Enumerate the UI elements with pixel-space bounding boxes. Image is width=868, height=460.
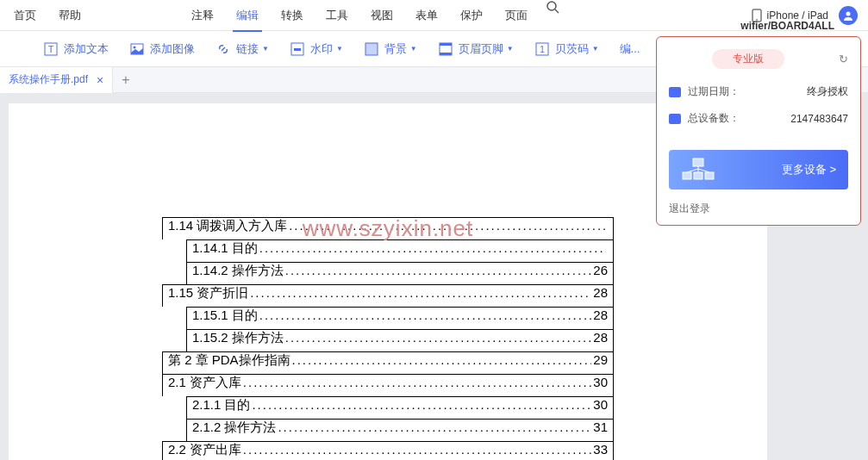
toc-row: 1.14.1目的................................… — [186, 239, 614, 262]
document-tab[interactable]: 系统操作手册.pdf × — [0, 67, 113, 93]
edit-more-label: 编... — [620, 41, 640, 57]
table-of-contents: 1.14调拨调入方入库.............................… — [9, 217, 767, 460]
toc-title: 操作方法 — [232, 330, 285, 346]
toc-title: 调拨调入方入库 — [197, 218, 289, 234]
background-icon — [364, 41, 379, 57]
svg-point-4 — [846, 11, 851, 16]
user-avatar[interactable] — [839, 6, 858, 25]
background-label: 背景 — [384, 41, 407, 57]
refresh-icon[interactable]: ↻ — [839, 53, 848, 65]
chevron-down-icon: ▼ — [507, 45, 514, 53]
toc-row: 1.15.1目的................................… — [186, 307, 614, 329]
toc-number: 1.15 — [163, 285, 197, 300]
svg-rect-21 — [705, 172, 714, 179]
menu-home[interactable]: 首页 — [10, 1, 40, 30]
close-tab-icon[interactable]: × — [97, 73, 103, 87]
add-text-button[interactable]: T 添加文本 — [43, 41, 109, 57]
menu-center-group: 注释 编辑 转换 工具 视图 表单 保护 页面 — [188, 1, 559, 30]
toc-number: 2.1 — [163, 375, 190, 389]
toc-number: 1.15.2 — [187, 330, 232, 345]
header-footer-icon — [438, 41, 453, 57]
toc-leader: ........................................… — [259, 240, 606, 255]
svg-point-0 — [547, 2, 556, 10]
tab-title: 系统操作手册.pdf — [9, 72, 88, 87]
add-image-label: 添加图像 — [150, 41, 195, 57]
devices-value: 2147483647 — [790, 113, 848, 125]
toc-number: 2.1.1 — [187, 397, 224, 412]
toc-number: 2.2 — [163, 442, 190, 457]
toc-row: 2.1.2操作方法...............................… — [186, 419, 614, 441]
svg-rect-14 — [440, 43, 452, 46]
monitor-icon — [669, 114, 681, 124]
toc-leader: ........................................… — [285, 263, 592, 277]
edit-more-button[interactable]: 编... — [620, 41, 640, 57]
bates-icon: 1 — [534, 41, 550, 57]
bates-button[interactable]: 1 贝茨码 ▼ — [534, 41, 599, 57]
menu-help[interactable]: 帮助 — [55, 1, 84, 30]
svg-rect-15 — [440, 53, 452, 55]
devices-row: 总设备数： 2147483647 — [669, 111, 848, 126]
svg-line-24 — [698, 169, 709, 172]
toc-row: 2.1资产入库.................................… — [162, 374, 614, 396]
watermark-icon — [290, 41, 305, 57]
toc-title: 操作方法 — [224, 420, 278, 436]
watermark-button[interactable]: 水印 ▼ — [290, 41, 343, 57]
bates-label: 贝茨码 — [555, 41, 589, 57]
menu-page[interactable]: 页面 — [502, 1, 531, 30]
pdf-page: www.szyixin.net 1.14调拨调入方入库.............… — [9, 103, 767, 460]
menu-tools[interactable]: 工具 — [322, 1, 352, 30]
more-devices-label: 更多设备 > — [782, 162, 836, 177]
toc-leader: ........................................… — [285, 330, 592, 345]
chevron-down-icon: ▼ — [262, 45, 269, 53]
toc-page: 30 — [591, 397, 613, 412]
menu-view[interactable]: 视图 — [367, 1, 397, 30]
svg-point-8 — [134, 46, 136, 48]
menu-left-group: 首页 帮助 — [10, 1, 84, 30]
header-footer-button[interactable]: 页眉页脚 ▼ — [438, 41, 514, 57]
expire-value: 终身授权 — [807, 84, 848, 99]
toc-title: 目的 — [232, 308, 259, 324]
toc-page: 29 — [591, 352, 613, 367]
menu-edit[interactable]: 编辑 — [233, 1, 262, 30]
toc-leader: ........................................… — [292, 352, 592, 367]
toc-title: 目的 — [232, 240, 259, 257]
link-button[interactable]: 链接 ▼ — [215, 41, 269, 57]
toc-title: 资产折旧 — [197, 285, 250, 301]
toc-page: 28 — [591, 330, 613, 345]
toc-row: 1.15资产折旧................................… — [162, 284, 614, 307]
toc-page: 30 — [591, 375, 613, 389]
user-account-panel: wifier/BOARD4ALL 专业版 ↻ 过期日期： 终身授权 总设备数： … — [656, 36, 861, 226]
pro-badge: 专业版 — [712, 49, 784, 69]
svg-line-1 — [555, 9, 559, 13]
toc-page: 28 — [591, 285, 613, 300]
menu-convert[interactable]: 转换 — [278, 1, 307, 30]
text-icon: T — [43, 41, 59, 57]
more-devices-button[interactable]: 更多设备 > — [669, 150, 848, 190]
toc-number: 1.14.2 — [187, 263, 232, 277]
toc-page: 33 — [591, 442, 613, 457]
menu-protect[interactable]: 保护 — [457, 1, 486, 30]
toc-page: 28 — [591, 308, 613, 322]
link-label: 链接 — [236, 41, 259, 57]
toc-row: 1.15.2操作方法..............................… — [186, 329, 614, 351]
toc-page: 31 — [591, 420, 613, 434]
logout-button[interactable]: 退出登录 — [669, 202, 848, 216]
menu-annotate[interactable]: 注释 — [188, 1, 217, 30]
search-icon[interactable] — [546, 1, 559, 30]
toc-leader: ........................................… — [259, 308, 592, 322]
add-text-label: 添加文本 — [64, 41, 109, 57]
background-button[interactable]: 背景 ▼ — [364, 41, 417, 57]
header-footer-label: 页眉页脚 — [459, 41, 503, 57]
image-icon — [129, 41, 145, 57]
expire-label: 过期日期： — [688, 84, 807, 99]
toc-title: 资产入库 — [190, 375, 243, 391]
add-image-button[interactable]: 添加图像 — [129, 41, 195, 57]
svg-rect-12 — [365, 43, 378, 55]
toc-title: 操作方法 — [232, 263, 285, 279]
watermark-text: www.szyixin.net — [303, 215, 474, 242]
add-tab-button[interactable]: + — [113, 72, 138, 88]
toc-leader: ........................................… — [250, 285, 591, 300]
toc-number: 1.15.1 — [187, 308, 232, 322]
menu-forms[interactable]: 表单 — [412, 1, 441, 30]
svg-rect-18 — [693, 159, 703, 166]
